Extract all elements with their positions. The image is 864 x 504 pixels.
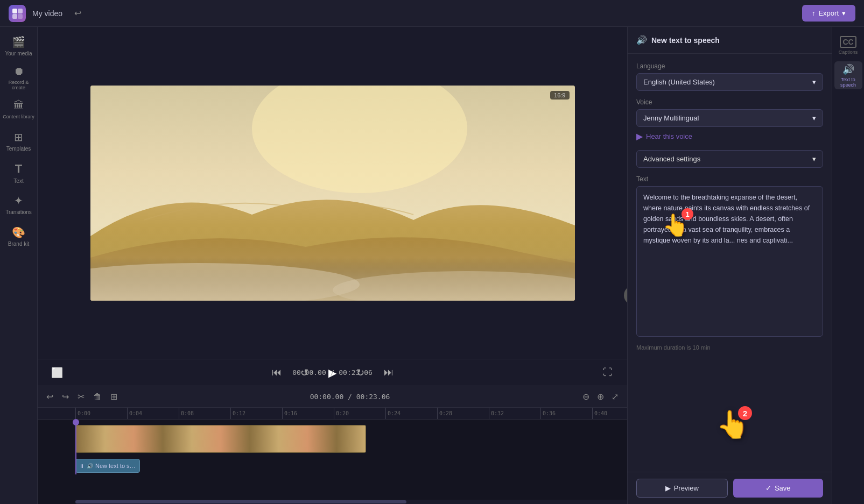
- text-icon: T: [15, 162, 22, 176]
- text-field-group: Text Welcome to the breathtaking expanse…: [636, 175, 823, 337]
- timeline-playhead: [75, 420, 76, 474]
- tts-track: ⏸ 🔊 New text to sp...: [75, 457, 627, 474]
- checkmark-icon: ✓: [765, 484, 771, 492]
- left-sidebar: 🎬 Your media ⏺ Record & create 🏛 Content…: [0, 27, 38, 504]
- ruler-tick: 0:16: [282, 408, 334, 420]
- ruler-tick: 0:20: [334, 408, 385, 420]
- timeline-cut-button[interactable]: ✂: [75, 389, 87, 404]
- content-icon: 🏛: [13, 100, 24, 112]
- timeline-area: ↩ ↪ ✂ 🗑 ⊞ 00:00.00 / 00:23.06 ⊖ ⊕ ⤢: [38, 386, 627, 504]
- panel-title: New text to speech: [651, 36, 720, 45]
- zoom-controls: ⊖ ⊕ ⤢: [580, 389, 621, 404]
- save-button[interactable]: ✓ Save: [733, 479, 824, 498]
- panel-content: Language English (United States) ▾ Voice…: [628, 54, 832, 472]
- advanced-settings-row[interactable]: Advanced settings ▾: [636, 150, 823, 168]
- aspect-ratio-badge: 16:9: [550, 91, 569, 100]
- export-icon: ↑: [812, 9, 816, 17]
- language-chevron-icon: ▾: [812, 78, 816, 86]
- sidebar-item-templates[interactable]: ⊞ Templates: [3, 126, 35, 156]
- text-to-speech-tab[interactable]: 🔊 Text to speech: [834, 61, 862, 89]
- zoom-in-button[interactable]: ⊕: [595, 389, 606, 404]
- ruler-tick: 0:36: [540, 408, 592, 420]
- sidebar-item-transitions[interactable]: ✦ Transitions: [3, 190, 35, 219]
- media-icon: 🎬: [12, 36, 25, 48]
- sidebar-item-text[interactable]: T Text: [3, 158, 35, 188]
- language-field-group: Language English (United States) ▾: [636, 62, 823, 91]
- project-title: My video: [32, 9, 62, 18]
- voice-label: Voice: [636, 98, 823, 106]
- ruler-tick: 0:00: [75, 408, 127, 420]
- ruler-tick: 0:32: [489, 408, 540, 420]
- zoom-out-button[interactable]: ⊖: [580, 389, 592, 404]
- timeline-scrollbar[interactable]: [75, 500, 406, 503]
- playback-time: 00:00.00 / 00:23.06: [292, 368, 373, 377]
- language-label: Language: [636, 62, 823, 70]
- captions-tab[interactable]: CC Captions: [834, 31, 862, 59]
- captions-icon: CC: [840, 36, 856, 48]
- skip-end-button[interactable]: ⏭: [380, 364, 397, 381]
- play-circle-icon: ▶: [636, 131, 643, 141]
- right-panel: 🔊 New text to speech Language English (U…: [627, 27, 832, 504]
- svg-rect-1: [18, 9, 23, 13]
- clip-thumbnail: [75, 425, 366, 453]
- hear-voice-button[interactable]: ▶ Hear this voice: [636, 130, 823, 143]
- voice-field-group: Voice Jenny Multilingual ▾ ▶ Hear this v…: [636, 98, 823, 143]
- max-duration-note: Maximum duration is 10 min: [636, 344, 823, 351]
- ruler-tick: 0:40: [592, 408, 627, 420]
- video-clip[interactable]: [75, 425, 366, 453]
- ruler-tick: 0:28: [437, 408, 489, 420]
- video-container: 16:9: [90, 86, 575, 301]
- language-select[interactable]: English (United States) ▾: [636, 73, 823, 91]
- panel-footer: ▶ Preview ✓ Save: [628, 472, 832, 504]
- svg-rect-2: [12, 14, 17, 19]
- export-chevron: ▾: [842, 9, 846, 17]
- undo-button[interactable]: ↩: [69, 5, 86, 22]
- sidebar-item-brand[interactable]: 🎨 Brand kit: [3, 222, 35, 251]
- video-frame: [90, 86, 575, 301]
- tts-panel-icon: 🔊: [636, 35, 647, 45]
- sidebar-item-your-media[interactable]: 🎬 Your media: [3, 31, 35, 61]
- voice-chevron-icon: ▾: [812, 114, 816, 122]
- timeline-toolbar: ↩ ↪ ✂ 🗑 ⊞ 00:00.00 / 00:23.06 ⊖ ⊕ ⤢: [38, 386, 627, 408]
- fit-timeline-button[interactable]: ⤢: [609, 389, 621, 404]
- fullscreen-button[interactable]: ⛶: [599, 364, 616, 381]
- main-layout: 🎬 Your media ⏺ Record & create 🏛 Content…: [0, 27, 864, 504]
- center-area: 16:9 ? › ⬜ ⏮ ↺ ▶ ↻ ⏭ 00:00.0: [38, 27, 627, 386]
- timeline-tracks: ⏸ 🔊 New text to sp...: [38, 420, 627, 474]
- ruler-tick: 0:12: [230, 408, 282, 420]
- svg-rect-0: [12, 9, 17, 13]
- timeline-copy-button[interactable]: ⊞: [108, 389, 120, 404]
- voice-select[interactable]: Jenny Multilingual ▾: [636, 109, 823, 127]
- skip-start-button[interactable]: ⏮: [268, 364, 285, 381]
- ruler-ticks: 0:00 0:04 0:08 0:12 0:16 0:20 0:24 0:28 …: [75, 408, 627, 420]
- text-label: Text: [636, 175, 823, 183]
- timeline-time-display: 00:00.00 / 00:23.06: [124, 393, 576, 401]
- timeline-delete-button[interactable]: 🗑: [91, 390, 104, 404]
- timeline-content: 0:00 0:04 0:08 0:12 0:16 0:20 0:24 0:28 …: [38, 408, 627, 504]
- pause-icon: ⏸: [79, 463, 85, 469]
- ruler-tick: 0:24: [385, 408, 437, 420]
- playhead-marker: [73, 419, 79, 425]
- tts-icon: 🔊: [87, 463, 93, 469]
- app-logo: [9, 5, 26, 22]
- advanced-chevron-icon: ▾: [812, 155, 816, 163]
- panel-header: 🔊 New text to speech: [628, 27, 832, 54]
- templates-icon: ⊞: [14, 131, 23, 144]
- timeline-undo-button[interactable]: ↩: [44, 389, 55, 404]
- timeline-redo-button[interactable]: ↪: [60, 389, 71, 404]
- export-button[interactable]: ↑ Export ▾: [802, 5, 855, 22]
- ruler-tick: 0:08: [179, 408, 230, 420]
- sidebar-item-content-library[interactable]: 🏛 Content library: [3, 95, 35, 124]
- transitions-icon: ✦: [14, 194, 23, 207]
- preview-button[interactable]: ▶ Preview: [636, 479, 728, 498]
- topbar: My video ↩ ↑ Export ▾: [0, 0, 864, 27]
- sidebar-item-record-create[interactable]: ⏺ Record & create: [3, 63, 35, 93]
- screencast-button[interactable]: ⬜: [48, 364, 66, 381]
- text-textarea[interactable]: Welcome to the breathtaking expanse of t…: [636, 186, 823, 337]
- timeline-ruler: 0:00 0:04 0:08 0:12 0:16 0:20 0:24 0:28 …: [38, 408, 627, 420]
- ruler-tick: 0:04: [127, 408, 179, 420]
- tts-clip[interactable]: ⏸ 🔊 New text to sp...: [75, 459, 140, 473]
- playback-controls: ⬜ ⏮ ↺ ▶ ↻ ⏭ 00:00.00 / 00:23.06 ⛶: [38, 359, 627, 386]
- svg-rect-3: [18, 14, 23, 19]
- video-track[interactable]: [75, 423, 627, 455]
